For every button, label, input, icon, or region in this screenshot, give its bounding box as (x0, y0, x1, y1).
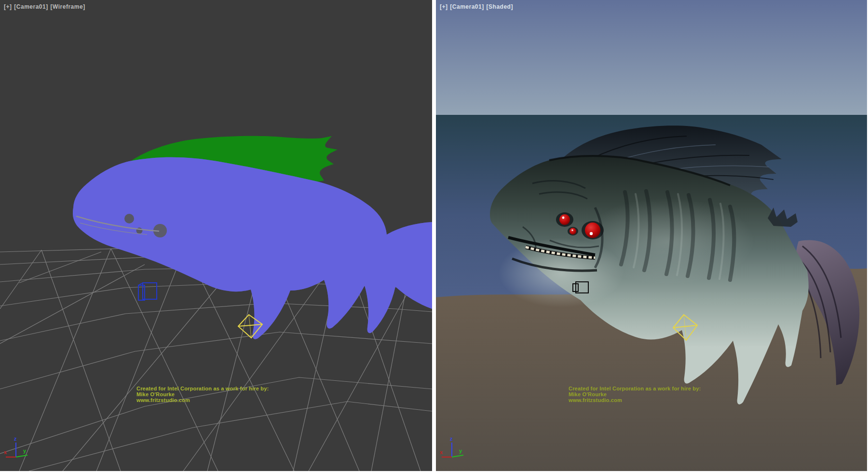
viewport-camera-menu[interactable]: [Camera01] (450, 3, 484, 10)
viewport-wireframe[interactable]: z x y [+] [Camera01] [Wireframe] Created… (0, 0, 432, 471)
axis-z-label: z (450, 436, 453, 442)
watermark-line: Mike O'Rourke (136, 391, 269, 397)
viewport-menu-button[interactable]: [+] (4, 3, 12, 10)
axis-x-label: x (4, 449, 7, 455)
eye-tiny (570, 228, 576, 235)
sky-backdrop (436, 0, 867, 115)
watermark-line: www.fritzstudio.com (569, 397, 701, 403)
watermark-line: Created for Intel Corporation as a work … (136, 386, 269, 391)
axis-y-label: y (459, 448, 462, 454)
eye-large (585, 222, 600, 238)
axis-y-label: y (23, 448, 27, 454)
axis-z-label: z (14, 436, 17, 442)
watermark-line: www.fritzstudio.com (136, 397, 269, 403)
copyright-watermark: Created for Intel Corporation as a work … (136, 386, 269, 403)
world-axis-tripod: z x y (4, 436, 27, 457)
viewport-label: [+] [Camera01] [Shaded] (440, 3, 514, 10)
watermark-line: Created for Intel Corporation as a work … (569, 386, 701, 391)
viewport-label: [+] [Camera01] [Wireframe] (4, 3, 86, 10)
dual-viewport-workspace: z x y [+] [Camera01] [Wireframe] Created… (0, 0, 868, 472)
viewport-camera-menu[interactable]: [Camera01] (14, 3, 48, 10)
axis-x-label: x (440, 449, 443, 455)
viewport-shading-menu[interactable]: [Wireframe] (51, 3, 85, 10)
viewport-shaded[interactable]: z x y [+] [Camera01] [Shaded] Created fo… (436, 0, 867, 471)
wireframe-stipple-texture (73, 157, 432, 339)
watermark-line: Mike O'Rourke (569, 391, 701, 397)
fish-model-wireframe[interactable] (73, 136, 432, 339)
viewport-menu-button[interactable]: [+] (440, 3, 448, 10)
eye-small-upper (559, 214, 570, 225)
box-helper-wireframe[interactable] (138, 283, 157, 300)
viewport-shading-menu[interactable]: [Shaded] (487, 3, 513, 10)
copyright-watermark: Created for Intel Corporation as a work … (569, 386, 701, 403)
